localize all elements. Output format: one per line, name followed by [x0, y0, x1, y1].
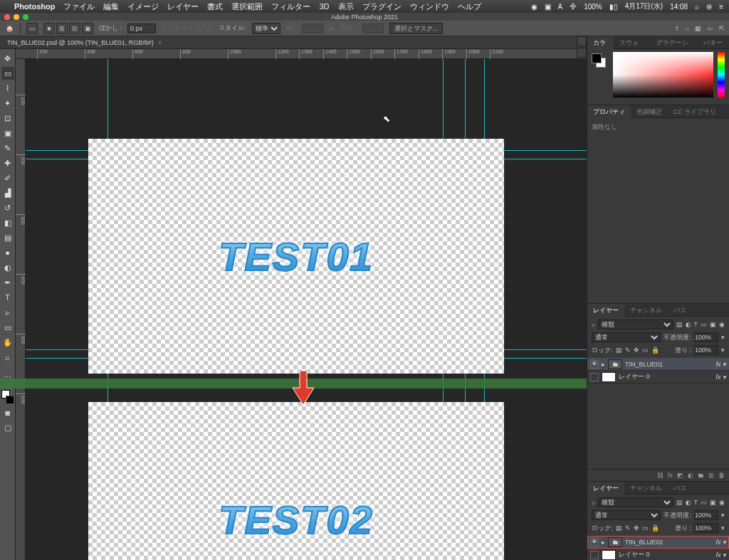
chevron-down-icon[interactable]: ▾: [721, 512, 725, 519]
layer-row[interactable]: 👁 ▸ 🖿 TIN_BLUE01 fx ▾: [587, 358, 729, 371]
filter-type-icon[interactable]: T: [694, 499, 698, 506]
layer-filter-select[interactable]: 種類: [598, 319, 673, 329]
menu-window[interactable]: ウィンドウ: [410, 1, 449, 12]
menu-file[interactable]: ファイル: [63, 1, 95, 12]
filter-toggle-icon[interactable]: ◉: [719, 499, 725, 506]
filter-pixel-icon[interactable]: ▤: [676, 321, 683, 328]
tool-zoom[interactable]: ⌕: [1, 351, 14, 364]
layer-row[interactable]: レイヤー 0 fx ▾: [587, 371, 729, 384]
blend-mode-select[interactable]: 通常: [592, 332, 661, 342]
search-icon[interactable]: ⌕: [695, 3, 699, 11]
app-name[interactable]: Photoshop: [14, 2, 55, 11]
search-icon[interactable]: ⌕: [686, 25, 689, 32]
tool-move[interactable]: ✥: [1, 52, 14, 65]
share-icon[interactable]: ⇪: [674, 25, 680, 32]
tool-stamp[interactable]: ▟: [1, 186, 14, 199]
opacity-input[interactable]: [694, 332, 718, 342]
fx-button-icon[interactable]: fx: [668, 472, 673, 479]
tool-quickmask[interactable]: ◙: [1, 406, 14, 419]
background-swatch[interactable]: [6, 396, 14, 404]
expand-icon[interactable]: ▸: [602, 361, 605, 368]
opacity-input[interactable]: [694, 510, 718, 520]
visibility-icon[interactable]: 👁: [590, 360, 599, 369]
tool-pen[interactable]: ✒: [1, 276, 14, 289]
home-button[interactable]: 🏠: [4, 23, 14, 33]
tab-layers[interactable]: レイヤー: [587, 482, 624, 495]
new-selection-icon[interactable]: ■: [43, 23, 55, 34]
input-icon[interactable]: A: [558, 3, 563, 11]
menu-layer[interactable]: レイヤー: [167, 1, 199, 12]
tool-heal[interactable]: ✚: [1, 157, 14, 169]
visibility-icon[interactable]: [590, 373, 599, 381]
tab-swatches[interactable]: スウォッチ: [614, 36, 651, 49]
color-indicator[interactable]: [592, 53, 606, 68]
adjustment-icon[interactable]: ◐: [688, 472, 693, 479]
menu-plugins[interactable]: プラグイン: [362, 1, 402, 12]
fill-input[interactable]: [694, 523, 718, 533]
canvas-document-1[interactable]: TEST01: [88, 139, 504, 374]
tool-blur[interactable]: ●: [1, 246, 14, 259]
fx-icon[interactable]: fx ▾: [715, 361, 726, 368]
intersect-selection-icon[interactable]: ▣: [82, 23, 93, 34]
filter-shape-icon[interactable]: ▭: [701, 321, 707, 328]
tool-eyedropper[interactable]: ✎: [1, 142, 14, 154]
collapsed-panel-icon[interactable]: [577, 48, 587, 58]
tab-color[interactable]: カラー: [587, 36, 614, 49]
menu-edit[interactable]: 編集: [103, 1, 119, 12]
expand-icon[interactable]: ▸: [602, 539, 605, 546]
layer-row[interactable]: レイヤー 0 fx ▾: [587, 549, 729, 560]
lock-artboard-icon[interactable]: ▭: [642, 347, 649, 354]
filter-smart-icon[interactable]: ▣: [710, 499, 716, 506]
menu-filter[interactable]: フィルター: [271, 1, 310, 12]
filter-adjust-icon[interactable]: ◐: [686, 499, 691, 506]
tool-brush[interactable]: ✐: [1, 171, 14, 184]
menu-view[interactable]: 表示: [338, 1, 354, 12]
tab-patterns[interactable]: パターン: [698, 36, 729, 49]
color-swatches[interactable]: [1, 390, 14, 404]
tab-layers[interactable]: レイヤー: [587, 304, 624, 317]
notifications-icon[interactable]: ≡: [719, 3, 723, 11]
lock-paint-icon[interactable]: ✎: [625, 524, 631, 532]
close-window-icon[interactable]: [4, 14, 10, 20]
filter-search-icon[interactable]: ⌕: [592, 499, 595, 506]
style-select[interactable]: 標準: [252, 23, 280, 34]
filter-toggle-icon[interactable]: ◉: [719, 321, 725, 328]
mask-icon[interactable]: ◩: [677, 472, 683, 479]
tab-channels[interactable]: チャンネル: [624, 482, 668, 495]
lock-paint-icon[interactable]: ✎: [625, 347, 631, 354]
canvas-document-2[interactable]: TEST02: [88, 402, 504, 560]
tool-type[interactable]: T: [1, 291, 14, 304]
tool-eraser[interactable]: ◧: [1, 216, 14, 229]
visibility-icon[interactable]: [590, 551, 599, 559]
tab-channels[interactable]: チャンネル: [624, 304, 668, 317]
lock-artboard-icon[interactable]: ▭: [642, 524, 649, 532]
lock-transparent-icon[interactable]: ▤: [616, 524, 622, 532]
color-spectrum[interactable]: [613, 52, 713, 97]
tab-adjustments[interactable]: 色調補正: [631, 105, 668, 118]
height-input[interactable]: [362, 23, 384, 33]
export-icon[interactable]: ⇱: [719, 25, 725, 32]
tab-libraries[interactable]: CC ライブラリ: [668, 105, 723, 118]
fx-icon[interactable]: fx ▾: [715, 539, 726, 546]
tab-paths[interactable]: パス: [668, 482, 692, 495]
fill-input[interactable]: [694, 345, 718, 355]
lock-position-icon[interactable]: ✥: [634, 347, 639, 354]
fx-icon[interactable]: fx ▾: [715, 551, 726, 559]
filter-type-icon[interactable]: T: [694, 321, 698, 328]
tool-shape[interactable]: ▭: [1, 321, 14, 334]
ruler-horizontal[interactable]: 200 400 600 800 1000 1200 1300 1400 1500…: [16, 49, 587, 59]
chevron-down-icon[interactable]: ▾: [721, 347, 725, 354]
chevron-down-icon[interactable]: ▾: [721, 334, 725, 341]
lock-all-icon[interactable]: 🔒: [651, 524, 659, 532]
filter-pixel-icon[interactable]: ▤: [676, 499, 683, 506]
collapsed-panel-icon[interactable]: [577, 36, 587, 46]
layer-filter-select[interactable]: 種類: [598, 497, 673, 507]
subtract-selection-icon[interactable]: ⊟: [69, 23, 80, 34]
control-center-icon[interactable]: ⊜: [706, 3, 712, 11]
swap-icon[interactable]: ⇄: [329, 25, 335, 32]
tool-screenmode[interactable]: ▢: [1, 421, 14, 434]
tab-properties[interactable]: プロパティ: [587, 105, 631, 118]
lock-transparent-icon[interactable]: ▤: [616, 347, 622, 354]
add-selection-icon[interactable]: ⊞: [56, 23, 68, 34]
menu-select[interactable]: 選択範囲: [231, 1, 263, 12]
